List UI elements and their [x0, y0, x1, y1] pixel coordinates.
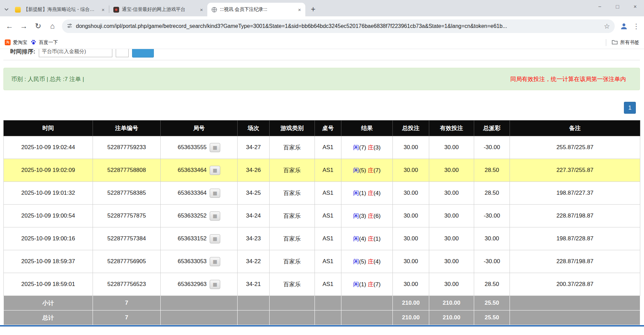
cell-result: 闲(7) 庄(3)	[341, 136, 393, 159]
cell-time: 2025-10-09 18:59:01	[4, 273, 93, 296]
cell-table: AS1	[315, 273, 341, 296]
tab-tongbao[interactable]: 通宝-信誉最好的网上游戏平台 ×	[109, 3, 207, 16]
cell-result: 闲(1) 庄(4)	[341, 182, 393, 205]
col-session: 场次	[238, 121, 270, 136]
dice-icon: ▦	[213, 145, 217, 150]
tab-close-icon[interactable]: ×	[198, 6, 205, 13]
cell-round: 653633152▦	[161, 227, 238, 250]
tab-forum[interactable]: 【新提醒】海燕策略论坛 - 综合… ×	[11, 3, 109, 16]
cell-total-bet[interactable]: 30.00	[393, 227, 429, 250]
home-icon[interactable]: ⌂	[46, 19, 59, 33]
cell-total-bet[interactable]: 30.00	[393, 136, 429, 159]
window-close-button[interactable]: ×	[626, 0, 644, 14]
cell-valid-bet: 30.00	[429, 205, 474, 227]
minimize-button[interactable]: −	[591, 0, 609, 14]
table-header-row: 时间 注单编号 局号 场次 游戏类别 桌号 结果 总投注 有效投注 总派彩 备注	[4, 121, 640, 136]
cell-bet-id: 522877757384	[93, 227, 161, 250]
tab-title: 通宝-信誉最好的网上游戏平台	[122, 6, 196, 13]
browser-menu-icon[interactable]: ⋮	[631, 20, 641, 33]
cell-total-bet[interactable]: 30.00	[393, 273, 429, 296]
cell-valid-bet: 30.00	[429, 273, 474, 296]
filter-input[interactable]	[39, 49, 112, 57]
pagination: 1	[3, 102, 640, 114]
round-video-button[interactable]: ▦	[210, 234, 220, 243]
dice-icon: ▦	[213, 259, 217, 264]
cell-game-type: 百家乐	[270, 136, 315, 159]
bookmark-star-icon[interactable]: ☆	[604, 22, 610, 30]
round-video-button[interactable]: ▦	[210, 143, 220, 152]
address-bar[interactable]: dongshouji.com/ipl/portal.php/game/betre…	[62, 19, 615, 33]
rule-warning-text: 同局有效投注，统一计算在该局第一张注单内	[510, 75, 626, 83]
page-content: 时间排序: 币别 : 人民币 | 总共 :7 注单 | 同局有效投注，统一计算在…	[0, 49, 644, 326]
refresh-icon[interactable]: ↻	[31, 19, 45, 33]
cell-total-bet[interactable]: 30.00	[393, 182, 429, 205]
cell-valid-bet: 30.00	[429, 250, 474, 273]
round-video-button[interactable]: ▦	[210, 280, 220, 289]
cell-payout: -30.00	[474, 136, 510, 159]
tab-title: :::视讯 会员下注纪录:::	[220, 6, 294, 13]
dice-icon: ▦	[213, 191, 217, 195]
tab-close-icon[interactable]: ×	[100, 6, 106, 13]
bookmarks-bar: 淘 爱淘宝 百度一下 所有书签	[0, 36, 644, 49]
bookmark-baidu[interactable]: 百度一下	[31, 39, 58, 46]
cell-session: 34-25	[238, 182, 270, 205]
all-bookmarks-button[interactable]: 所有书签	[612, 39, 639, 46]
total-label: 总计	[4, 310, 93, 325]
tab-close-icon[interactable]: ×	[296, 6, 303, 13]
currency-summary-text: 币别 : 人民币 | 总共 :7 注单 |	[11, 75, 84, 83]
page-1-button[interactable]: 1	[624, 102, 636, 114]
cell-note: 228.87/198.87	[510, 250, 640, 273]
col-note: 备注	[510, 121, 640, 136]
maximize-button[interactable]: □	[609, 0, 626, 14]
cell-total-bet[interactable]: 30.00	[393, 250, 429, 273]
cell-game-type: 百家乐	[270, 182, 315, 205]
site-settings-icon[interactable]	[67, 23, 73, 30]
total-total-bet: 210.00	[393, 310, 429, 325]
cell-total-bet[interactable]: 30.00	[393, 159, 429, 182]
profile-avatar-icon[interactable]	[617, 20, 630, 33]
bookmark-taobao[interactable]: 淘 爱淘宝	[5, 39, 27, 46]
filter-search-button[interactable]	[132, 49, 154, 58]
total-count: 7	[93, 310, 161, 325]
url-text[interactable]: dongshouji.com/ipl/portal.php/game/betre…	[76, 23, 600, 29]
col-round: 局号	[161, 121, 238, 136]
forum-favicon-icon	[15, 7, 21, 13]
back-icon[interactable]: ←	[3, 19, 16, 33]
table-row: 2025-10-09 18:59:01522877756523653632963…	[4, 273, 640, 296]
tab-title: 【新提醒】海燕策略论坛 - 综合…	[23, 6, 97, 13]
cell-game-type: 百家乐	[270, 250, 315, 273]
cell-bet-id: 522877756523	[93, 273, 161, 296]
dice-icon: ▦	[213, 236, 217, 241]
round-number: 653633053	[178, 258, 207, 264]
cell-total-bet[interactable]: 30.00	[393, 205, 429, 227]
folder-icon	[612, 39, 618, 46]
cell-game-type: 百家乐	[270, 273, 315, 296]
tab-bet-records-active[interactable]: :::视讯 会员下注纪录::: ×	[207, 3, 305, 16]
round-number: 653633364	[178, 189, 207, 196]
round-video-button[interactable]: ▦	[210, 257, 220, 266]
table-row: 2025-10-09 18:59:37522877756905653633053…	[4, 250, 640, 273]
round-number: 653633464	[178, 166, 207, 173]
tab-search-chevron-icon[interactable]	[2, 3, 11, 16]
bookmark-label: 爱淘宝	[13, 39, 27, 46]
table-row: 2025-10-09 19:01:32522877758385653633364…	[4, 182, 640, 205]
cell-table: AS1	[315, 250, 341, 273]
forward-icon[interactable]: →	[17, 19, 31, 33]
new-tab-button[interactable]: +	[307, 3, 319, 15]
cell-session: 34-24	[238, 205, 270, 227]
cell-valid-bet: 30.00	[429, 227, 474, 250]
cell-round: 653633555▦	[161, 136, 238, 159]
round-video-button[interactable]: ▦	[210, 166, 220, 175]
cell-time: 2025-10-09 19:00:54	[4, 205, 93, 227]
filter-select[interactable]	[116, 49, 129, 57]
round-number: 653633252	[178, 212, 207, 219]
subtotal-row: 小计 7 210.00 210.00 25.50	[4, 296, 640, 310]
round-video-button[interactable]: ▦	[210, 189, 220, 198]
cell-payout: 28.50	[474, 273, 510, 296]
cell-time: 2025-10-09 18:59:37	[4, 250, 93, 273]
round-video-button[interactable]: ▦	[210, 211, 220, 221]
cell-valid-bet: 30.00	[429, 182, 474, 205]
cell-game-type: 百家乐	[270, 227, 315, 250]
dice-icon: ▦	[213, 282, 217, 287]
cell-result: 闲(4) 庄(1)	[341, 227, 393, 250]
